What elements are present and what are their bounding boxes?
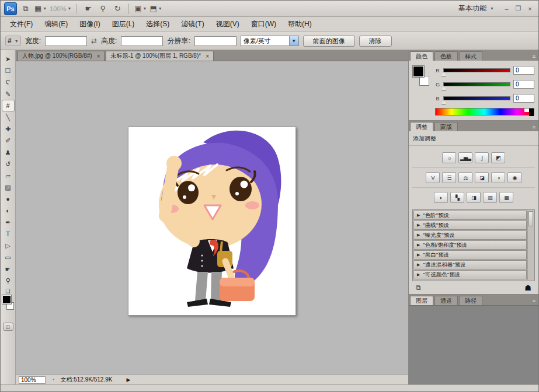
green-value-input[interactable] (513, 80, 534, 89)
preset-hue-saturation[interactable]: ▶ "色相/饱和度"预设 (413, 240, 527, 250)
clip-to-layer-icon[interactable]: ☗ (524, 284, 531, 292)
blue-value-input[interactable] (513, 94, 534, 103)
height-input[interactable] (121, 36, 163, 46)
resolution-unit-select[interactable]: 像素/英寸 ▼ (241, 36, 299, 46)
tool-zoom[interactable]: ⚲ (2, 275, 15, 286)
disclosure-triangle-icon[interactable]: ▶ (417, 233, 420, 237)
red-slider-track[interactable] (443, 68, 510, 72)
tab-styles[interactable]: 样式 (459, 51, 482, 61)
tool-clone-stamp[interactable]: ♟ (2, 146, 15, 158)
disclosure-triangle-icon[interactable]: ▶ (417, 262, 420, 267)
tool-move[interactable]: ➤ (2, 53, 15, 65)
tool-eyedropper[interactable]: ╲ (2, 111, 15, 123)
menu-help[interactable]: 帮助(H) (282, 18, 318, 31)
close-icon[interactable]: × (97, 53, 100, 60)
blue-slider-track[interactable] (443, 96, 510, 100)
rotate-view-icon[interactable]: ↻ (112, 3, 123, 15)
menu-file[interactable]: 文件(F) (4, 18, 39, 31)
preset-black-white[interactable]: ▶ "黑白"预设 (413, 250, 527, 260)
tool-dodge[interactable]: ◐ (2, 205, 15, 216)
minimize-button[interactable]: – (502, 4, 512, 13)
preset-exposure[interactable]: ▶ "曝光度"预设 (413, 230, 527, 240)
tool-crop[interactable]: # (2, 100, 15, 111)
channel-mixer-icon[interactable]: ◉ (507, 172, 521, 183)
view-extras-icon[interactable]: ▦ ▼ (34, 3, 47, 15)
curves-icon[interactable]: ∫ (475, 152, 489, 163)
posterize-icon[interactable]: ▚ (450, 192, 464, 203)
menu-window[interactable]: 窗口(W) (245, 18, 282, 31)
hue-saturation-icon[interactable]: ☰ (442, 172, 456, 183)
menu-filter[interactable]: 滤镜(T) (175, 18, 210, 31)
tool-hand[interactable]: ☛ (2, 263, 15, 275)
color-balance-icon[interactable]: ⚖ (458, 172, 472, 183)
tool-path-selection[interactable]: ▷ (2, 240, 15, 251)
disclosure-triangle-icon[interactable]: ▶ (417, 272, 420, 277)
menu-view[interactable]: 视图(V) (210, 18, 245, 31)
tab-swatches[interactable]: 色板 (434, 51, 458, 61)
status-zoom-input[interactable] (19, 376, 46, 384)
screen-mode-icon[interactable]: ⬒ ▼ (150, 3, 162, 15)
panel-menu-icon[interactable]: ≡ (533, 124, 538, 131)
menu-image[interactable]: 图像(I) (74, 18, 106, 31)
levels-icon[interactable]: ▂▅▃ (458, 152, 472, 163)
gradient-map-icon[interactable]: ▥ (483, 192, 497, 203)
tool-quick-selection[interactable]: ✎ (2, 88, 15, 100)
selective-color-icon[interactable]: ▩ (499, 192, 513, 203)
menu-select[interactable]: 选择(S) (140, 18, 175, 31)
tab-channels[interactable]: 通道 (434, 296, 458, 305)
color-spectrum-ramp[interactable] (435, 108, 534, 116)
background-color-swatch[interactable] (419, 76, 429, 86)
canvas[interactable] (128, 127, 296, 316)
menu-layer[interactable]: 图层(L) (106, 18, 141, 31)
preset-channel-mixer[interactable]: ▶ "通道混和器"预设 (413, 260, 527, 270)
close-button[interactable]: × (525, 4, 535, 13)
tab-masks[interactable]: 蒙版 (434, 122, 458, 131)
tool-preset-picker[interactable]: # ▼ (5, 36, 21, 46)
disclosure-triangle-icon[interactable]: ▶ (417, 243, 420, 247)
tab-adjustments[interactable]: 调整 (410, 122, 433, 131)
width-input[interactable] (45, 36, 87, 46)
tab-layers[interactable]: 图层 (410, 296, 433, 305)
ramp-white-swatch[interactable] (524, 108, 529, 112)
canvas-area[interactable] (16, 61, 408, 374)
threshold-icon[interactable]: ◨ (467, 192, 481, 203)
document-tab-2[interactable]: 未标题-1 @ 100%(图层 1, RGB/8)* × (106, 51, 213, 61)
panel-menu-icon[interactable]: ≡ (533, 54, 538, 61)
tool-brush[interactable]: ✐ (2, 135, 15, 146)
exposure-icon[interactable]: ◩ (491, 152, 505, 163)
slider-thumb[interactable] (441, 70, 446, 76)
layers-panel-content[interactable] (409, 305, 538, 384)
invert-icon[interactable]: ◐ (434, 192, 448, 203)
tool-lasso[interactable]: Ϛ (2, 76, 15, 88)
disclosure-triangle-icon[interactable]: ▶ (417, 253, 420, 257)
tool-blur[interactable]: ● (2, 193, 15, 205)
hand-tool-icon[interactable]: ☛ (82, 3, 94, 15)
expanded-view-icon[interactable]: ⧉ (416, 284, 421, 292)
green-slider-track[interactable] (443, 82, 510, 86)
tool-pen[interactable]: ✒ (2, 216, 15, 228)
status-expander-icon[interactable]: ▶ (126, 377, 130, 383)
preset-levels[interactable]: ▶ "色阶"预设 (413, 211, 527, 220)
resolution-input[interactable] (194, 36, 237, 46)
arrange-documents-icon[interactable]: ▣ ▼ (134, 3, 147, 15)
zoom-level-control[interactable]: 100% ▼ (50, 5, 71, 12)
default-colors-icon[interactable]: ❏ (5, 288, 10, 294)
close-icon[interactable]: × (206, 53, 209, 60)
front-image-button[interactable]: 前面的图像 (303, 36, 355, 47)
preset-curves[interactable]: ▶ "曲线"预设 (413, 220, 527, 230)
brightness-contrast-icon[interactable]: ☼ (442, 152, 456, 163)
foreground-color-swatch[interactable] (2, 295, 11, 304)
tool-gradient[interactable]: ▨ (2, 181, 15, 193)
black-white-icon[interactable]: ◪ (475, 172, 489, 183)
scrollbar-thumb[interactable] (528, 211, 533, 226)
tool-healing-brush[interactable]: ✚ (2, 123, 15, 135)
photo-filter-icon[interactable]: ◑ (491, 172, 505, 183)
disclosure-triangle-icon[interactable]: ▶ (417, 213, 420, 218)
tool-marquee[interactable]: ☐ (2, 65, 15, 76)
tab-paths[interactable]: 路径 (459, 296, 482, 305)
bridge-icon[interactable]: ⧉ (20, 3, 32, 15)
scrollbar[interactable] (527, 211, 534, 280)
tool-shape[interactable]: ▭ (2, 251, 15, 263)
tool-type[interactable]: T (2, 228, 15, 240)
tab-color[interactable]: 颜色 (410, 51, 433, 61)
